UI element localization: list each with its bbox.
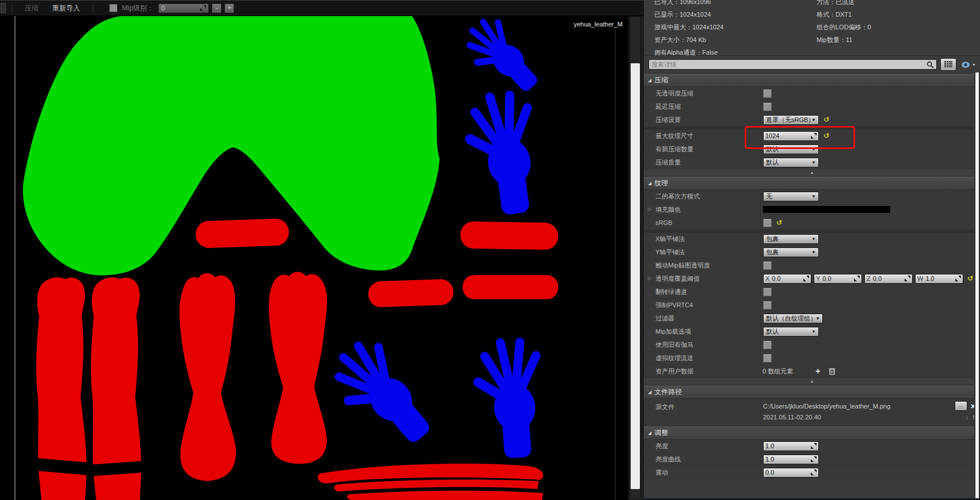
add-element-icon[interactable]: +: [815, 367, 820, 376]
info-imported: 已导入：1096x1096: [654, 0, 817, 6]
property-label: 颤动Mip贴图透明度: [644, 261, 760, 270]
viewport-scrollbar-thumb[interactable]: [631, 63, 640, 489]
details-panel: 已导入：1096x1096 方法：已流送 已显示：1024x1024 格式：DX…: [644, 0, 980, 500]
section-header-texture[interactable]: ◢ 纹理: [644, 177, 980, 190]
tile-x-dropdown[interactable]: 包裹 ▼: [763, 234, 819, 244]
vibrance-spinbox[interactable]: 0.0: [763, 468, 819, 478]
texture-preview-viewport[interactable]: yehua_leather_M: [0, 16, 628, 500]
dropdown-value: 无: [766, 192, 811, 201]
legacy-gamma-checkbox[interactable]: [763, 341, 772, 349]
flip-green-checkbox[interactable]: [763, 288, 772, 296]
expand-triangle-icon: ◢: [648, 181, 651, 186]
mip-level-label: Mip级别：: [122, 3, 154, 13]
reset-to-default-icon[interactable]: ↺: [967, 276, 973, 281]
drag-spinner-icon[interactable]: [803, 276, 809, 281]
viewport-scrollbar[interactable]: [628, 16, 644, 500]
padding-color-swatch[interactable]: [763, 206, 890, 213]
mip-level-spinbox[interactable]: 0: [158, 3, 209, 13]
compression-settings-dropdown[interactable]: 遮罩（无sRGB） ▼: [763, 115, 819, 125]
dither-mip-alpha-checkbox[interactable]: [763, 261, 772, 270]
section-header-compression[interactable]: ◢ 压缩: [644, 74, 980, 87]
drag-spinner-icon[interactable]: [200, 5, 206, 11]
no-alpha-compression-checkbox[interactable]: [763, 89, 772, 98]
details-scrollbar[interactable]: [974, 72, 980, 500]
drag-spinner-icon[interactable]: [905, 276, 910, 281]
property-label: 亮度曲线: [644, 455, 760, 464]
property-label: sRGB: [644, 219, 760, 226]
drag-spinner-icon[interactable]: [955, 276, 961, 281]
row-source-file: 源文件 C:/Users/jkluo/Desktop/yehua_leather…: [644, 399, 980, 426]
chevron-down-icon: ▼: [811, 194, 816, 199]
property-label: 填充颜色: [644, 205, 760, 214]
reset-to-default-icon[interactable]: ↺: [823, 117, 829, 123]
mip-plus-button[interactable]: +: [224, 3, 234, 13]
axis-label: Y: [816, 275, 820, 282]
drag-spinner-icon[interactable]: [854, 276, 860, 281]
drag-spinner-icon[interactable]: [811, 456, 817, 462]
chevron-down-icon: ▼: [811, 236, 816, 242]
brightness-curve-spinbox[interactable]: 1.0: [763, 455, 819, 464]
vt-streaming-checkbox[interactable]: [763, 354, 772, 362]
lossy-compression-dropdown[interactable]: 默认 ▼: [763, 144, 819, 154]
visibility-filter-button[interactable]: ▾: [960, 59, 977, 70]
array-elements-count: 0 数组元素: [762, 367, 793, 376]
tile-y-dropdown[interactable]: 包裹 ▼: [763, 247, 819, 257]
section-title: 调整: [654, 428, 668, 438]
srgb-checkbox[interactable]: [763, 219, 772, 227]
compression-quality-dropdown[interactable]: 默认 ▼: [763, 158, 819, 167]
row-flip-green-channel: 翻转绿通道: [644, 285, 980, 299]
mip-load-dropdown[interactable]: 默认 ▼: [763, 327, 819, 337]
row-expander-icon[interactable]: ▷: [648, 276, 651, 281]
view-options-grid-button[interactable]: [940, 58, 956, 71]
reset-to-default-icon[interactable]: ↺: [823, 133, 829, 139]
spinbox-value: 1024: [765, 132, 811, 139]
drag-spinner-icon[interactable]: [811, 133, 817, 139]
section-title: 文件路径: [654, 387, 682, 397]
property-label: 压缩质量: [644, 158, 760, 167]
property-label: 资产用户数据: [644, 367, 760, 376]
threshold-z-spinbox[interactable]: Z 0.0: [864, 274, 913, 284]
search-input[interactable]: 搜索详情: [649, 59, 937, 70]
collapse-arrow-icon: ▲: [810, 170, 814, 174]
property-label: 强制PVRTC4: [644, 301, 760, 310]
defer-compression-checkbox[interactable]: [763, 102, 772, 111]
reset-to-default-icon[interactable]: ↺: [776, 220, 782, 226]
property-label: 虚拟纹理流送: [644, 354, 760, 362]
threshold-w-spinbox[interactable]: W 1.0: [915, 274, 963, 284]
drag-spinner-icon[interactable]: [811, 470, 817, 475]
property-label: 压缩设置: [644, 116, 760, 124]
row-force-pvrtc4: 强制PVRTC4: [644, 299, 980, 312]
reimport-button[interactable]: 重新导入: [45, 3, 87, 13]
drag-spinner-icon[interactable]: [811, 443, 817, 449]
dropdown-value: 包裹: [766, 235, 811, 243]
search-placeholder: 搜索详情: [651, 60, 926, 69]
max-texture-size-spinbox[interactable]: 1024: [763, 131, 819, 141]
trash-icon[interactable]: [829, 367, 836, 375]
section-header-file-path[interactable]: ◢ 文件路径: [644, 386, 980, 399]
toolbar-separator: [93, 2, 93, 14]
toolbar-edge-fragment: [1, 3, 6, 13]
threshold-x-spinbox[interactable]: X 0.0: [763, 274, 811, 284]
filter-dropdown[interactable]: 默认（自纹理组） ▼: [763, 314, 823, 323]
section-header-adjustments[interactable]: ◢ 调整: [644, 426, 980, 440]
arrow-down-icon[interactable]: ↓: [965, 413, 968, 421]
row-tile-method-y: Y轴平铺法 包裹 ▼: [644, 246, 980, 259]
power-of-two-dropdown[interactable]: 无 ▼: [763, 192, 819, 201]
browse-file-button[interactable]: ...: [955, 401, 967, 411]
chevron-down-icon: ▼: [811, 117, 816, 123]
property-label: 透明度覆盖阈值: [644, 274, 760, 283]
advanced-collapse-strip[interactable]: ▲: [644, 169, 980, 177]
details-scrollbar-thumb[interactable]: [975, 72, 979, 500]
property-label: 有损压缩数量: [644, 145, 760, 154]
row-expander-icon[interactable]: ▷: [648, 207, 651, 212]
threshold-y-spinbox[interactable]: Y 0.0: [814, 274, 862, 284]
mip-minus-button[interactable]: -: [212, 3, 222, 13]
advanced-collapse-strip[interactable]: ▲: [644, 378, 980, 386]
section-title: 纹理: [654, 178, 668, 188]
brightness-spinbox[interactable]: 1.0: [763, 441, 819, 451]
compress-button[interactable]: 压缩: [18, 3, 45, 13]
mip-level-checkbox[interactable]: [109, 4, 117, 12]
force-pvrtc4-checkbox[interactable]: [763, 301, 772, 310]
axis-label: W: [917, 275, 923, 282]
property-label: 翻转绿通道: [644, 288, 760, 296]
